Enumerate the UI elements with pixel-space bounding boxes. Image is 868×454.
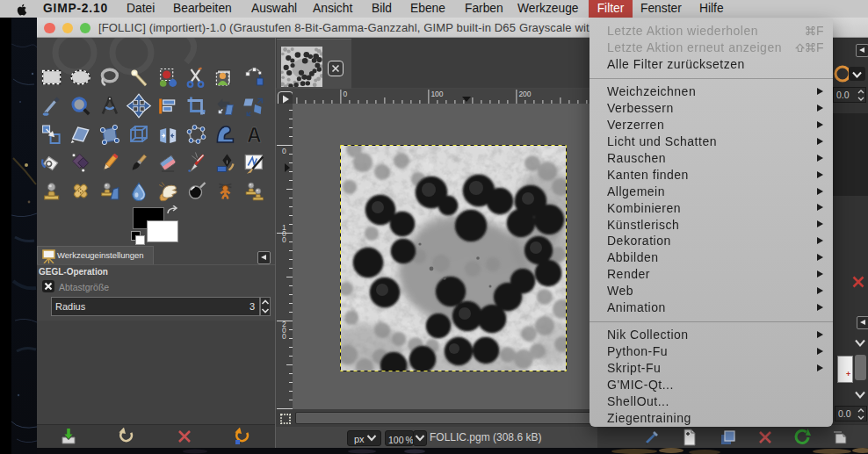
- svg-text:0: 0: [282, 332, 286, 341]
- svg-text:A: A: [247, 124, 262, 147]
- svg-text:0: 0: [282, 235, 286, 244]
- svg-text:100: 100: [430, 90, 443, 98]
- svg-text:200: 200: [518, 90, 531, 98]
- svg-text:0: 0: [343, 90, 347, 98]
- svg-text:0: 0: [282, 147, 286, 155]
